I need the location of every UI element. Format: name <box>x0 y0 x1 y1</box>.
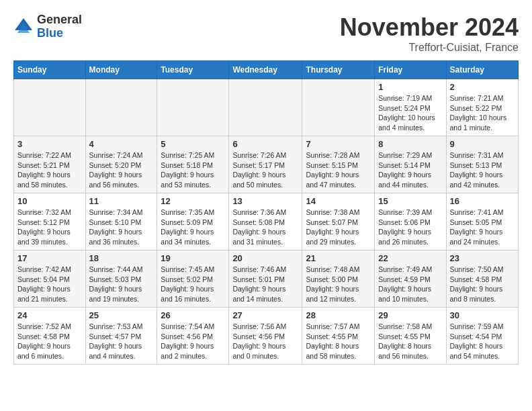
calendar-cell: 1Sunrise: 7:19 AM Sunset: 5:24 PM Daylig… <box>375 79 446 136</box>
day-info: Sunrise: 7:58 AM Sunset: 4:55 PM Dayligh… <box>378 322 442 361</box>
week-row: 10Sunrise: 7:32 AM Sunset: 5:12 PM Dayli… <box>14 193 519 250</box>
calendar-cell: 13Sunrise: 7:36 AM Sunset: 5:08 PM Dayli… <box>229 193 302 250</box>
day-info: Sunrise: 7:24 AM Sunset: 5:20 PM Dayligh… <box>89 150 154 190</box>
page-header: General Blue November 2024 Treffort-Cuis… <box>13 13 519 54</box>
logo: General Blue <box>13 13 82 40</box>
calendar-cell: 25Sunrise: 7:53 AM Sunset: 4:57 PM Dayli… <box>85 308 157 365</box>
day-number: 6 <box>232 139 298 149</box>
day-info: Sunrise: 7:39 AM Sunset: 5:06 PM Dayligh… <box>378 208 442 247</box>
day-number: 12 <box>161 196 225 206</box>
day-number: 19 <box>161 253 225 263</box>
week-row: 24Sunrise: 7:52 AM Sunset: 4:58 PM Dayli… <box>14 308 519 365</box>
day-number: 13 <box>232 196 298 206</box>
calendar-cell <box>85 79 157 136</box>
calendar-cell: 28Sunrise: 7:57 AM Sunset: 4:55 PM Dayli… <box>302 308 375 365</box>
header-wednesday: Wednesday <box>229 61 302 79</box>
day-info: Sunrise: 7:28 AM Sunset: 5:15 PM Dayligh… <box>306 150 371 190</box>
calendar-cell <box>229 79 302 136</box>
logo-blue: Blue <box>37 27 82 40</box>
logo-text: General Blue <box>37 13 82 40</box>
calendar-cell: 30Sunrise: 7:59 AM Sunset: 4:54 PM Dayli… <box>446 308 519 365</box>
week-row: 17Sunrise: 7:42 AM Sunset: 5:04 PM Dayli… <box>14 250 519 308</box>
day-number: 5 <box>161 139 225 149</box>
day-number: 25 <box>89 310 154 320</box>
day-number: 24 <box>17 310 82 320</box>
calendar-cell: 18Sunrise: 7:44 AM Sunset: 5:03 PM Dayli… <box>85 250 157 308</box>
calendar-cell: 20Sunrise: 7:46 AM Sunset: 5:01 PM Dayli… <box>229 250 302 308</box>
day-info: Sunrise: 7:59 AM Sunset: 4:54 PM Dayligh… <box>450 322 515 361</box>
calendar-cell: 23Sunrise: 7:50 AM Sunset: 4:58 PM Dayli… <box>446 250 519 308</box>
calendar-cell: 29Sunrise: 7:58 AM Sunset: 4:55 PM Dayli… <box>375 308 446 365</box>
calendar-cell: 19Sunrise: 7:45 AM Sunset: 5:02 PM Dayli… <box>157 250 229 308</box>
day-info: Sunrise: 7:54 AM Sunset: 4:56 PM Dayligh… <box>161 322 225 361</box>
calendar-cell <box>157 79 229 136</box>
day-info: Sunrise: 7:46 AM Sunset: 5:01 PM Dayligh… <box>232 265 298 304</box>
day-number: 3 <box>17 139 82 149</box>
day-number: 23 <box>450 253 515 263</box>
week-row: 1Sunrise: 7:19 AM Sunset: 5:24 PM Daylig… <box>14 79 519 136</box>
logo-general: General <box>37 13 82 27</box>
day-number: 14 <box>306 196 371 206</box>
day-info: Sunrise: 7:53 AM Sunset: 4:57 PM Dayligh… <box>89 322 154 361</box>
header-tuesday: Tuesday <box>157 61 229 79</box>
day-info: Sunrise: 7:26 AM Sunset: 5:17 PM Dayligh… <box>232 150 298 190</box>
header-saturday: Saturday <box>446 61 519 79</box>
location: Treffort-Cuisiat, France <box>340 42 519 54</box>
calendar-cell: 22Sunrise: 7:49 AM Sunset: 4:59 PM Dayli… <box>375 250 446 308</box>
day-info: Sunrise: 7:52 AM Sunset: 4:58 PM Dayligh… <box>17 322 82 361</box>
calendar-cell: 6Sunrise: 7:26 AM Sunset: 5:17 PM Daylig… <box>229 136 302 193</box>
calendar-cell: 27Sunrise: 7:56 AM Sunset: 4:56 PM Dayli… <box>229 308 302 365</box>
day-number: 21 <box>306 253 371 263</box>
calendar-cell: 17Sunrise: 7:42 AM Sunset: 5:04 PM Dayli… <box>14 250 86 308</box>
day-number: 22 <box>378 253 442 263</box>
calendar-cell: 12Sunrise: 7:35 AM Sunset: 5:09 PM Dayli… <box>157 193 229 250</box>
day-number: 16 <box>450 196 515 206</box>
day-number: 7 <box>306 139 371 149</box>
day-number: 17 <box>17 253 82 263</box>
day-info: Sunrise: 7:25 AM Sunset: 5:18 PM Dayligh… <box>161 150 225 190</box>
calendar-cell <box>14 79 86 136</box>
day-number: 30 <box>450 310 515 320</box>
day-info: Sunrise: 7:57 AM Sunset: 4:55 PM Dayligh… <box>306 322 371 361</box>
day-number: 11 <box>89 196 154 206</box>
calendar-cell: 14Sunrise: 7:38 AM Sunset: 5:07 PM Dayli… <box>302 193 375 250</box>
day-info: Sunrise: 7:35 AM Sunset: 5:09 PM Dayligh… <box>161 208 225 247</box>
day-number: 2 <box>450 82 515 92</box>
day-info: Sunrise: 7:50 AM Sunset: 4:58 PM Dayligh… <box>450 265 515 304</box>
day-info: Sunrise: 7:45 AM Sunset: 5:02 PM Dayligh… <box>161 265 225 304</box>
day-number: 18 <box>89 253 154 263</box>
day-number: 20 <box>232 253 298 263</box>
calendar-cell: 10Sunrise: 7:32 AM Sunset: 5:12 PM Dayli… <box>14 193 86 250</box>
calendar-cell: 3Sunrise: 7:22 AM Sunset: 5:21 PM Daylig… <box>14 136 86 193</box>
calendar-cell: 11Sunrise: 7:34 AM Sunset: 5:10 PM Dayli… <box>85 193 157 250</box>
day-info: Sunrise: 7:31 AM Sunset: 5:13 PM Dayligh… <box>450 150 515 190</box>
day-info: Sunrise: 7:41 AM Sunset: 5:05 PM Dayligh… <box>450 208 515 247</box>
day-number: 29 <box>378 310 442 320</box>
day-info: Sunrise: 7:36 AM Sunset: 5:08 PM Dayligh… <box>232 208 298 247</box>
calendar-cell: 16Sunrise: 7:41 AM Sunset: 5:05 PM Dayli… <box>446 193 519 250</box>
calendar-cell: 24Sunrise: 7:52 AM Sunset: 4:58 PM Dayli… <box>14 308 86 365</box>
header-sunday: Sunday <box>14 61 86 79</box>
day-info: Sunrise: 7:32 AM Sunset: 5:12 PM Dayligh… <box>17 208 82 247</box>
day-info: Sunrise: 7:19 AM Sunset: 5:24 PM Dayligh… <box>378 93 442 133</box>
header-row: SundayMondayTuesdayWednesdayThursdayFrid… <box>14 61 519 79</box>
day-number: 1 <box>378 82 442 92</box>
day-number: 8 <box>378 139 442 149</box>
header-thursday: Thursday <box>302 61 375 79</box>
calendar-cell <box>302 79 375 136</box>
calendar-cell: 7Sunrise: 7:28 AM Sunset: 5:15 PM Daylig… <box>302 136 375 193</box>
day-info: Sunrise: 7:21 AM Sunset: 5:22 PM Dayligh… <box>450 93 515 133</box>
day-info: Sunrise: 7:29 AM Sunset: 5:14 PM Dayligh… <box>378 150 442 190</box>
calendar-table: SundayMondayTuesdayWednesdayThursdayFrid… <box>13 60 519 365</box>
calendar-cell: 8Sunrise: 7:29 AM Sunset: 5:14 PM Daylig… <box>375 136 446 193</box>
day-number: 26 <box>161 310 225 320</box>
title-block: November 2024 Treffort-Cuisiat, France <box>340 13 519 54</box>
calendar-cell: 26Sunrise: 7:54 AM Sunset: 4:56 PM Dayli… <box>157 308 229 365</box>
logo-icon <box>13 17 34 37</box>
calendar-cell: 5Sunrise: 7:25 AM Sunset: 5:18 PM Daylig… <box>157 136 229 193</box>
month-title: November 2024 <box>340 13 519 42</box>
day-info: Sunrise: 7:56 AM Sunset: 4:56 PM Dayligh… <box>232 322 298 361</box>
day-info: Sunrise: 7:48 AM Sunset: 5:00 PM Dayligh… <box>306 265 371 304</box>
calendar-cell: 9Sunrise: 7:31 AM Sunset: 5:13 PM Daylig… <box>446 136 519 193</box>
day-number: 10 <box>17 196 82 206</box>
